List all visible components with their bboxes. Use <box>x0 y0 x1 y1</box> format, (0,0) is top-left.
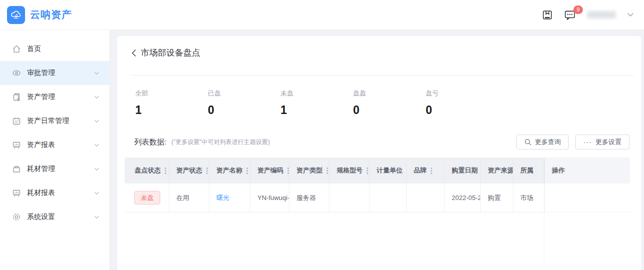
sidebar: 首页 审批管理 资产管理 <box>0 30 109 270</box>
more-query-button[interactable]: 更多查询 <box>516 134 569 150</box>
column-header-asset-name[interactable]: 资产名称 <box>209 158 250 184</box>
column-header-inventory-status[interactable]: 盘点状态 <box>125 158 169 184</box>
content-card: 市场部设备盘点 全部 1 已盘 0 未盘 1 盘盈 0 盘亏 0 <box>117 36 641 270</box>
chevron-down-icon <box>94 168 99 171</box>
column-menu-icon[interactable] <box>431 168 432 169</box>
box-icon <box>12 164 21 174</box>
more-settings-button[interactable]: ··· 更多设置 <box>575 134 629 150</box>
brand[interactable]: 云呐资产 <box>7 6 72 24</box>
calendar-icon <box>12 116 21 126</box>
list-section-header: 列表数据: ("更多设置"中可对列表进行主题设置) 更多查询 ··· 更多设置 <box>134 134 629 150</box>
stat-total: 全部 1 <box>135 89 208 117</box>
cloud-logo-icon <box>7 6 25 24</box>
cell-inventory-status: 未盘 <box>125 184 169 212</box>
list-hint: ("更多设置"中可对列表进行主题设置) <box>171 138 270 146</box>
report-board-icon <box>12 140 21 150</box>
chevron-down-icon <box>94 192 99 195</box>
chevron-down-icon <box>94 216 99 219</box>
list-actions: 更多查询 ··· 更多设置 <box>516 134 629 150</box>
list-title: 列表数据: <box>134 138 166 147</box>
cell-asset-code: YN-fuwuqi- <box>250 184 289 212</box>
top-bar: 云呐资产 9 <box>0 0 644 30</box>
eye-icon <box>12 68 21 78</box>
cell-unit <box>370 184 407 212</box>
column-header-unit[interactable]: 计量单位 <box>370 158 407 184</box>
topbar-actions: 9 <box>542 9 634 21</box>
cell-brand <box>407 184 445 212</box>
handbook-icon[interactable] <box>542 10 553 20</box>
sidebar-item-consumable-mgmt[interactable]: 耗材管理 <box>0 157 109 181</box>
cell-operation <box>545 184 630 212</box>
chevron-down-icon <box>94 96 99 99</box>
documents-icon <box>12 92 21 102</box>
search-icon <box>524 138 531 146</box>
inventory-stats: 全部 1 已盘 0 未盘 1 盘盈 0 盘亏 0 <box>135 89 498 117</box>
chevron-down-icon[interactable] <box>627 12 634 17</box>
page-edge-strip <box>641 30 644 270</box>
chevron-down-icon <box>94 72 99 75</box>
sidebar-item-asset-reports[interactable]: 资产报表 <box>0 133 109 157</box>
brand-name: 云呐资产 <box>30 8 72 22</box>
column-header-operation: 操作 <box>545 158 630 184</box>
page-title-row: 市场部设备盘点 <box>131 47 200 58</box>
chevron-down-icon <box>94 144 99 147</box>
fixed-operation-column: 操作 <box>545 158 630 270</box>
ellipsis-icon: ··· <box>583 138 592 146</box>
stat-uncounted: 未盘 1 <box>280 89 353 117</box>
user-name-redacted[interactable] <box>587 11 616 18</box>
column-header-asset-source[interactable]: 资产来源 <box>481 158 513 184</box>
table-row[interactable]: 未盘 在用 曙光 YN-fuwuqi- 服务器 2022-05-20 购置 市场 <box>125 184 545 212</box>
messages-icon[interactable]: 9 <box>564 9 576 21</box>
notification-badge: 9 <box>573 6 583 14</box>
back-chevron-icon[interactable] <box>131 49 137 57</box>
cell-asset-name: 曙光 <box>209 184 250 212</box>
report-board-icon <box>12 188 21 198</box>
asset-table: 盘点状态 资产状态 资产名称 资产编码 资产类型 规格型号 计量单位 品牌 购置… <box>125 158 630 270</box>
column-menu-icon[interactable] <box>327 168 328 169</box>
cell-purchase-date: 2022-05-20 <box>445 184 481 212</box>
chevron-down-icon <box>94 120 99 123</box>
asset-name-link[interactable]: 曙光 <box>216 194 229 202</box>
stat-counted: 已盘 0 <box>208 89 280 117</box>
gear-icon <box>12 212 21 222</box>
divider <box>131 75 634 76</box>
sidebar-item-system-settings[interactable]: 系统设置 <box>0 205 109 229</box>
cell-asset-source: 购置 <box>481 184 513 212</box>
column-menu-icon[interactable] <box>367 168 368 169</box>
cell-asset-type: 服务器 <box>289 184 330 212</box>
sidebar-item-asset-mgmt[interactable]: 资产管理 <box>0 85 109 109</box>
sidebar-item-approval-mgmt[interactable]: 审批管理 <box>0 61 109 85</box>
column-header-department[interactable]: 所属 <box>513 158 545 184</box>
column-header-spec-model[interactable]: 规格型号 <box>330 158 370 184</box>
app-root: 云呐资产 9 <box>0 0 644 270</box>
column-header-asset-type[interactable]: 资产类型 <box>289 158 330 184</box>
sidebar-item-home[interactable]: 首页 <box>0 37 109 61</box>
status-badge: 未盘 <box>134 191 160 205</box>
column-menu-icon[interactable] <box>287 168 289 169</box>
cell-asset-status: 在用 <box>169 184 209 212</box>
column-header-asset-status[interactable]: 资产状态 <box>169 158 209 184</box>
cell-spec-model <box>330 184 370 212</box>
column-header-asset-code[interactable]: 资产编码 <box>250 158 289 184</box>
page-title: 市场部设备盘点 <box>141 47 200 58</box>
stat-loss: 盘亏 0 <box>426 89 498 117</box>
column-header-purchase-date[interactable]: 购置日期 <box>445 158 481 184</box>
stat-surplus: 盘盈 0 <box>353 89 426 117</box>
column-menu-icon[interactable] <box>206 168 208 169</box>
cell-department: 市场 <box>513 184 545 212</box>
home-icon <box>12 44 21 54</box>
table-header-row: 盘点状态 资产状态 资产名称 资产编码 资产类型 规格型号 计量单位 品牌 购置… <box>125 158 545 184</box>
column-header-brand[interactable]: 品牌 <box>407 158 445 184</box>
sidebar-item-asset-daily-mgmt[interactable]: 资产日常管理 <box>0 109 109 133</box>
sidebar-item-consumable-reports[interactable]: 耗材报表 <box>0 181 109 205</box>
column-menu-icon[interactable] <box>246 168 248 169</box>
column-menu-icon[interactable] <box>165 168 166 169</box>
